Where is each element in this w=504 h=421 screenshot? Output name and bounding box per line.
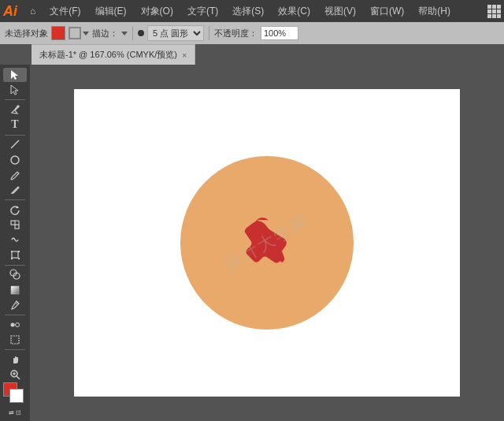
separator-1 [132,26,133,40]
canvas-area: 设计大学网 [30,65,504,421]
tool-pencil[interactable] [3,183,27,197]
color-swatches: ⇄ ⊡ [3,382,27,416]
app-logo: Ai [3,4,17,18]
workspace-switcher[interactable] [487,5,501,18]
tool-type[interactable]: T [3,117,27,132]
menu-view[interactable]: 视图(V) [318,3,362,20]
canvas-document: 设计大学网 [74,89,460,397]
svg-marker-1 [11,85,18,95]
svg-line-24 [17,376,20,379]
phone-icon-svg [224,199,310,286]
svg-rect-7 [15,225,19,229]
stroke-dropdown-arrow[interactable] [83,32,89,35]
toolbar-sep-3 [5,199,25,200]
tool-shapebuild[interactable] [3,267,27,281]
stroke-box [69,27,81,39]
swap-default-icons: ⇄ ⊡ [9,409,21,416]
svg-rect-22 [11,336,19,344]
svg-point-20 [16,322,20,326]
menu-help[interactable]: 帮助(H) [412,3,457,20]
svg-rect-13 [11,258,13,259]
tool-freetransform[interactable] [3,248,27,262]
brush-select[interactable]: 5 点 圆形 [147,25,204,41]
tool-selection[interactable] [3,68,27,82]
document-tab[interactable]: 未标题-1* @ 167.06% (CMYK/预览) × [32,44,195,65]
menu-file[interactable]: 文件(F) [43,3,87,20]
menu-effect[interactable]: 效果(C) [272,3,317,20]
svg-marker-0 [11,70,18,80]
svg-point-2 [17,106,20,108]
menu-select[interactable]: 选择(S) [226,3,270,20]
document-tab-close[interactable]: × [182,50,187,60]
point-indicator [138,30,144,36]
phone-icon-circle [180,156,354,330]
menu-object[interactable]: 对象(O) [135,3,180,20]
tab-bar: 未标题-1* @ 167.06% (CMYK/预览) × [0,44,504,65]
svg-rect-10 [12,251,18,258]
toolbar-sep-4 [5,265,25,266]
svg-rect-11 [11,251,13,252]
tool-line[interactable] [3,137,27,151]
fill-color-swatch[interactable] [51,26,65,40]
options-bar: 未选择对象 描边： 5 点 圆形 不透明度： 100% [0,22,504,44]
tool-directselection[interactable] [3,83,27,97]
tool-rotate[interactable] [3,203,27,217]
stroke-icon [69,27,89,39]
tool-paintbrush[interactable] [3,168,27,182]
tool-hand[interactable] [3,352,27,367]
svg-rect-6 [11,221,15,225]
menu-text[interactable]: 文字(T) [181,3,224,20]
svg-line-3 [11,140,19,148]
stroke-label: 描边： [92,28,118,39]
svg-point-19 [11,322,15,326]
tool-ellipse[interactable] [3,152,27,166]
svg-rect-17 [11,286,19,294]
tool-eyedropper[interactable] [3,298,27,312]
tool-warp[interactable] [3,233,27,247]
menu-home[interactable]: ⌂ [24,4,42,18]
svg-rect-12 [18,251,20,252]
fg-bg-swatches[interactable] [3,382,27,406]
tool-gradient[interactable] [3,282,27,296]
toolbar-sep-5 [5,315,25,315]
menu-bar: Ai ⌂ 文件(F) 编辑(E) 对象(O) 文字(T) 选择(S) 效果(C)… [0,0,504,22]
svg-rect-14 [18,258,20,259]
tool-artboard[interactable] [3,333,27,347]
menu-edit[interactable]: 编辑(E) [89,3,133,20]
svg-point-4 [11,156,19,164]
main-layout: T [0,65,504,421]
tool-scale[interactable] [3,218,27,232]
default-colors-icon[interactable]: ⊡ [16,409,21,416]
menu-window[interactable]: 窗口(W) [364,3,410,20]
opacity-label: 不透明度： [214,28,258,39]
no-selection-label: 未选择对象 [5,28,48,39]
swap-colors-icon[interactable]: ⇄ [9,409,14,416]
opacity-input[interactable]: 100% [261,26,298,40]
tool-pen[interactable] [3,102,27,117]
stroke-value-arrow[interactable] [121,32,128,35]
document-tab-title: 未标题-1* @ 167.06% (CMYK/预览) [39,49,177,61]
toolbar: T [0,65,30,421]
tool-zoom[interactable] [3,367,27,382]
toolbar-sep-6 [5,349,25,350]
svg-line-18 [16,303,17,304]
separator-2 [209,26,209,40]
tool-blend[interactable] [3,318,27,332]
toolbar-sep-2 [5,135,25,136]
background-color[interactable] [9,389,24,403]
toolbar-sep-1 [5,99,25,100]
